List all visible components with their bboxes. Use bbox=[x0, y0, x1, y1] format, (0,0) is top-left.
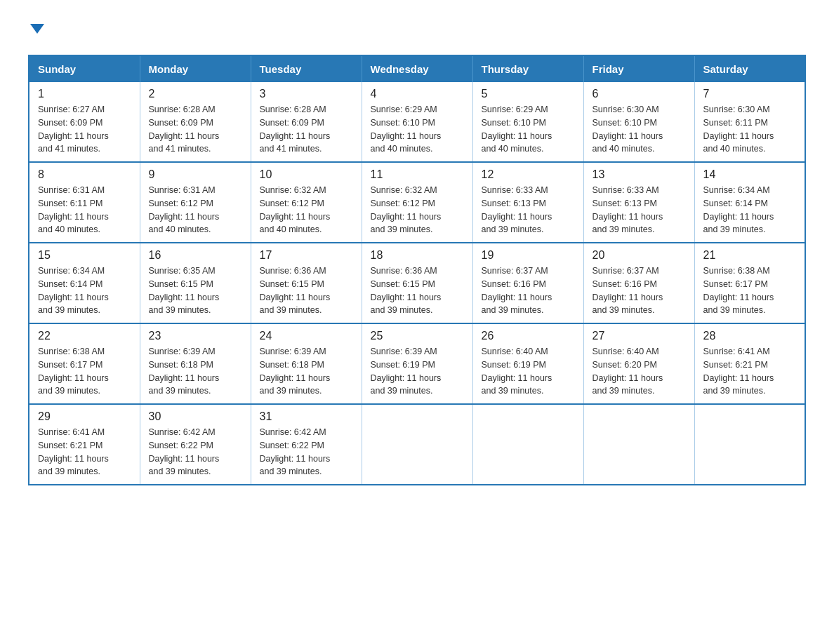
day-info: Sunrise: 6:30 AM Sunset: 6:11 PM Dayligh… bbox=[703, 103, 797, 156]
calendar-cell: 7 Sunrise: 6:30 AM Sunset: 6:11 PM Dayli… bbox=[694, 82, 805, 162]
day-info: Sunrise: 6:33 AM Sunset: 6:13 PM Dayligh… bbox=[593, 184, 686, 236]
calendar-cell: 25 Sunrise: 6:39 AM Sunset: 6:19 PM Dayl… bbox=[362, 323, 472, 404]
day-number: 1 bbox=[38, 88, 131, 100]
weekday-header-tuesday: Tuesday bbox=[251, 55, 362, 82]
day-info: Sunrise: 6:40 AM Sunset: 6:20 PM Dayligh… bbox=[593, 345, 686, 398]
calendar-cell: 18 Sunrise: 6:36 AM Sunset: 6:15 PM Dayl… bbox=[362, 243, 472, 323]
calendar-cell: 27 Sunrise: 6:40 AM Sunset: 6:20 PM Dayl… bbox=[583, 323, 694, 404]
calendar-header: SundayMondayTuesdayWednesdayThursdayFrid… bbox=[29, 55, 805, 82]
day-number: 29 bbox=[38, 410, 131, 423]
logo-arrow-icon bbox=[30, 21, 44, 38]
day-number: 4 bbox=[371, 88, 464, 100]
calendar-cell bbox=[583, 404, 694, 485]
calendar-cell: 28 Sunrise: 6:41 AM Sunset: 6:21 PM Dayl… bbox=[694, 323, 805, 404]
day-number: 21 bbox=[703, 249, 797, 262]
day-number: 28 bbox=[703, 330, 797, 342]
day-info: Sunrise: 6:38 AM Sunset: 6:17 PM Dayligh… bbox=[703, 264, 797, 317]
svg-marker-0 bbox=[30, 24, 44, 34]
day-info: Sunrise: 6:29 AM Sunset: 6:10 PM Dayligh… bbox=[371, 103, 464, 156]
calendar-week-4: 22 Sunrise: 6:38 AM Sunset: 6:17 PM Dayl… bbox=[29, 323, 805, 404]
calendar-body: 1 Sunrise: 6:27 AM Sunset: 6:09 PM Dayli… bbox=[29, 82, 805, 485]
day-info: Sunrise: 6:28 AM Sunset: 6:09 PM Dayligh… bbox=[260, 103, 353, 156]
day-number: 31 bbox=[260, 410, 353, 423]
page-header bbox=[28, 21, 806, 38]
day-number: 27 bbox=[593, 330, 686, 342]
calendar-cell: 2 Sunrise: 6:28 AM Sunset: 6:09 PM Dayli… bbox=[140, 82, 251, 162]
calendar-table: SundayMondayTuesdayWednesdayThursdayFrid… bbox=[28, 55, 806, 485]
logo bbox=[28, 21, 44, 38]
day-number: 17 bbox=[260, 249, 353, 262]
day-info: Sunrise: 6:32 AM Sunset: 6:12 PM Dayligh… bbox=[260, 184, 353, 236]
day-info: Sunrise: 6:30 AM Sunset: 6:10 PM Dayligh… bbox=[593, 103, 686, 156]
day-info: Sunrise: 6:29 AM Sunset: 6:10 PM Dayligh… bbox=[482, 103, 575, 156]
day-number: 15 bbox=[38, 249, 131, 262]
day-number: 12 bbox=[482, 168, 575, 181]
calendar-cell: 26 Sunrise: 6:40 AM Sunset: 6:19 PM Dayl… bbox=[472, 323, 583, 404]
calendar-cell: 11 Sunrise: 6:32 AM Sunset: 6:12 PM Dayl… bbox=[362, 162, 472, 243]
day-info: Sunrise: 6:42 AM Sunset: 6:22 PM Dayligh… bbox=[149, 426, 242, 478]
calendar-week-2: 8 Sunrise: 6:31 AM Sunset: 6:11 PM Dayli… bbox=[29, 162, 805, 243]
weekday-header-friday: Friday bbox=[583, 55, 694, 82]
day-info: Sunrise: 6:41 AM Sunset: 6:21 PM Dayligh… bbox=[703, 345, 797, 398]
day-number: 23 bbox=[149, 330, 242, 342]
calendar-cell bbox=[472, 404, 583, 485]
weekday-header-monday: Monday bbox=[140, 55, 251, 82]
calendar-cell: 12 Sunrise: 6:33 AM Sunset: 6:13 PM Dayl… bbox=[472, 162, 583, 243]
calendar-cell: 3 Sunrise: 6:28 AM Sunset: 6:09 PM Dayli… bbox=[251, 82, 362, 162]
day-number: 2 bbox=[149, 88, 242, 100]
day-number: 19 bbox=[482, 249, 575, 262]
calendar-cell: 15 Sunrise: 6:34 AM Sunset: 6:14 PM Dayl… bbox=[29, 243, 140, 323]
day-number: 7 bbox=[703, 88, 797, 100]
calendar-cell bbox=[362, 404, 472, 485]
calendar-cell: 23 Sunrise: 6:39 AM Sunset: 6:18 PM Dayl… bbox=[140, 323, 251, 404]
day-number: 9 bbox=[149, 168, 242, 181]
day-number: 3 bbox=[260, 88, 353, 100]
day-info: Sunrise: 6:39 AM Sunset: 6:19 PM Dayligh… bbox=[371, 345, 464, 398]
calendar-week-3: 15 Sunrise: 6:34 AM Sunset: 6:14 PM Dayl… bbox=[29, 243, 805, 323]
day-info: Sunrise: 6:34 AM Sunset: 6:14 PM Dayligh… bbox=[38, 264, 131, 317]
day-info: Sunrise: 6:40 AM Sunset: 6:19 PM Dayligh… bbox=[482, 345, 575, 398]
calendar-cell: 16 Sunrise: 6:35 AM Sunset: 6:15 PM Dayl… bbox=[140, 243, 251, 323]
day-number: 24 bbox=[260, 330, 353, 342]
day-info: Sunrise: 6:37 AM Sunset: 6:16 PM Dayligh… bbox=[482, 264, 575, 317]
day-info: Sunrise: 6:33 AM Sunset: 6:13 PM Dayligh… bbox=[482, 184, 575, 236]
day-info: Sunrise: 6:42 AM Sunset: 6:22 PM Dayligh… bbox=[260, 426, 353, 478]
calendar-cell: 20 Sunrise: 6:37 AM Sunset: 6:16 PM Dayl… bbox=[583, 243, 694, 323]
day-info: Sunrise: 6:38 AM Sunset: 6:17 PM Dayligh… bbox=[38, 345, 131, 398]
day-info: Sunrise: 6:39 AM Sunset: 6:18 PM Dayligh… bbox=[260, 345, 353, 398]
weekday-header-wednesday: Wednesday bbox=[362, 55, 472, 82]
calendar-cell: 21 Sunrise: 6:38 AM Sunset: 6:17 PM Dayl… bbox=[694, 243, 805, 323]
calendar-week-5: 29 Sunrise: 6:41 AM Sunset: 6:21 PM Dayl… bbox=[29, 404, 805, 485]
weekday-header-saturday: Saturday bbox=[694, 55, 805, 82]
day-number: 16 bbox=[149, 249, 242, 262]
calendar-cell: 17 Sunrise: 6:36 AM Sunset: 6:15 PM Dayl… bbox=[251, 243, 362, 323]
day-number: 20 bbox=[593, 249, 686, 262]
day-info: Sunrise: 6:34 AM Sunset: 6:14 PM Dayligh… bbox=[703, 184, 797, 236]
day-info: Sunrise: 6:41 AM Sunset: 6:21 PM Dayligh… bbox=[38, 426, 131, 478]
day-number: 11 bbox=[371, 168, 464, 181]
day-info: Sunrise: 6:39 AM Sunset: 6:18 PM Dayligh… bbox=[149, 345, 242, 398]
calendar-cell: 1 Sunrise: 6:27 AM Sunset: 6:09 PM Dayli… bbox=[29, 82, 140, 162]
day-info: Sunrise: 6:31 AM Sunset: 6:12 PM Dayligh… bbox=[149, 184, 242, 236]
day-info: Sunrise: 6:32 AM Sunset: 6:12 PM Dayligh… bbox=[371, 184, 464, 236]
calendar-cell: 22 Sunrise: 6:38 AM Sunset: 6:17 PM Dayl… bbox=[29, 323, 140, 404]
calendar-cell: 19 Sunrise: 6:37 AM Sunset: 6:16 PM Dayl… bbox=[472, 243, 583, 323]
day-number: 10 bbox=[260, 168, 353, 181]
calendar-cell: 30 Sunrise: 6:42 AM Sunset: 6:22 PM Dayl… bbox=[140, 404, 251, 485]
calendar-cell bbox=[694, 404, 805, 485]
day-info: Sunrise: 6:31 AM Sunset: 6:11 PM Dayligh… bbox=[38, 184, 131, 236]
day-number: 18 bbox=[371, 249, 464, 262]
calendar-cell: 29 Sunrise: 6:41 AM Sunset: 6:21 PM Dayl… bbox=[29, 404, 140, 485]
day-number: 22 bbox=[38, 330, 131, 342]
calendar-week-1: 1 Sunrise: 6:27 AM Sunset: 6:09 PM Dayli… bbox=[29, 82, 805, 162]
calendar-cell: 31 Sunrise: 6:42 AM Sunset: 6:22 PM Dayl… bbox=[251, 404, 362, 485]
day-number: 14 bbox=[703, 168, 797, 181]
calendar-cell: 6 Sunrise: 6:30 AM Sunset: 6:10 PM Dayli… bbox=[583, 82, 694, 162]
day-info: Sunrise: 6:36 AM Sunset: 6:15 PM Dayligh… bbox=[260, 264, 353, 317]
day-info: Sunrise: 6:28 AM Sunset: 6:09 PM Dayligh… bbox=[149, 103, 242, 156]
calendar-cell: 13 Sunrise: 6:33 AM Sunset: 6:13 PM Dayl… bbox=[583, 162, 694, 243]
day-info: Sunrise: 6:36 AM Sunset: 6:15 PM Dayligh… bbox=[371, 264, 464, 317]
weekday-header-row: SundayMondayTuesdayWednesdayThursdayFrid… bbox=[29, 55, 805, 82]
weekday-header-thursday: Thursday bbox=[472, 55, 583, 82]
calendar-cell: 10 Sunrise: 6:32 AM Sunset: 6:12 PM Dayl… bbox=[251, 162, 362, 243]
